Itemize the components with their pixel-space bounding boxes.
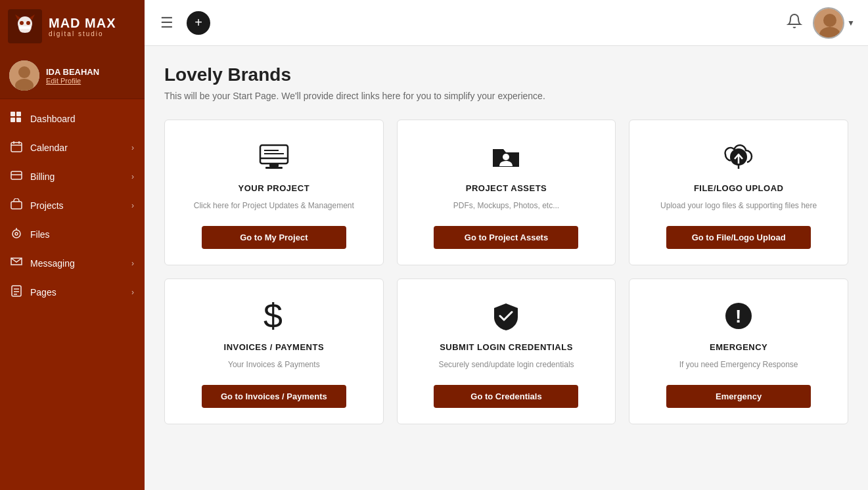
- card-title: FILE/LOGO UPLOAD: [694, 183, 784, 193]
- sidebar-item-label: Projects: [30, 200, 64, 211]
- card-description: If you need Emergency Response: [679, 359, 798, 370]
- card-project-assets: PROJECT ASSETS PDFs, Mockups, Photos, et…: [397, 120, 616, 265]
- card-description: Your Invoices & Payments: [228, 359, 320, 370]
- billing-icon: [11, 169, 22, 184]
- sidebar-item-label: Dashboard: [30, 114, 76, 124]
- card-description: Securely send/update login credentials: [438, 359, 574, 370]
- sidebar-item-files[interactable]: Files: [0, 220, 145, 249]
- topbar: ☰ + ▼: [145, 0, 868, 46]
- svg-rect-17: [11, 171, 22, 179]
- shield-icon: [491, 299, 520, 333]
- svg-rect-35: [265, 167, 283, 169]
- calendar-icon: [11, 141, 22, 155]
- user-dropdown-arrow-icon[interactable]: ▼: [847, 18, 855, 28]
- go-to-project-assets-button[interactable]: Go to Project Assets: [434, 226, 578, 249]
- card-description: Click here for Project Updates & Managem…: [194, 200, 354, 212]
- logo-text: MAD MAX digital studio: [49, 16, 116, 37]
- sidebar-item-messaging[interactable]: Messaging ›: [0, 249, 145, 278]
- hamburger-menu-button[interactable]: ☰: [158, 12, 176, 34]
- sidebar-item-label: Calendar: [30, 143, 68, 153]
- sidebar-item-label: Pages: [30, 287, 57, 298]
- svg-point-36: [503, 154, 509, 160]
- pages-icon: [11, 285, 22, 300]
- files-icon: [11, 227, 22, 242]
- dollar-icon: $: [263, 299, 285, 333]
- card-emergency: ! EMERGENCY If you need Emergency Respon…: [629, 278, 848, 424]
- cloud-upload-icon: [723, 140, 754, 174]
- go-to-credentials-button[interactable]: Go to Credentials: [434, 385, 578, 408]
- card-title: EMERGENCY: [710, 342, 767, 352]
- chevron-right-icon: ›: [131, 288, 134, 297]
- chevron-right-icon: ›: [131, 172, 134, 181]
- alert-circle-icon: !: [724, 299, 753, 333]
- go-to-file-logo-upload-button[interactable]: Go to File/Logo Upload: [666, 226, 811, 249]
- go-to-invoices-payments-button[interactable]: Go to Invoices / Payments: [202, 385, 346, 408]
- svg-text:$: $: [263, 300, 283, 332]
- notification-bell-icon[interactable]: [787, 13, 802, 33]
- svg-rect-34: [269, 164, 279, 167]
- logo-area: MAD MAX digital studio: [0, 0, 145, 53]
- svg-rect-12: [16, 118, 21, 122]
- app-title: MAD MAX: [49, 16, 116, 30]
- sidebar-item-pages[interactable]: Pages ›: [0, 278, 145, 307]
- sidebar: MAD MAX digital studio IDA BEAHAN Edit P…: [0, 0, 145, 490]
- card-title: PROJECT ASSETS: [466, 183, 547, 193]
- main-container: ☰ + ▼ Lovely Brands This will be your St…: [145, 0, 868, 490]
- sidebar-item-label: Messaging: [30, 258, 75, 269]
- page-subtitle: This will be your Start Page. We'll prov…: [164, 91, 848, 101]
- svg-rect-13: [11, 143, 22, 152]
- svg-rect-10: [16, 112, 21, 116]
- svg-rect-11: [11, 118, 15, 122]
- card-title: YOUR PROJECT: [239, 183, 310, 193]
- svg-point-28: [823, 14, 836, 27]
- chevron-right-icon: ›: [131, 259, 134, 268]
- chevron-right-icon: ›: [131, 201, 134, 210]
- sidebar-item-label: Files: [30, 229, 50, 240]
- user-profile: IDA BEAHAN Edit Profile: [0, 53, 145, 99]
- cards-grid: YOUR PROJECT Click here for Project Upda…: [164, 120, 848, 424]
- user-name: IDA BEAHAN: [46, 67, 99, 77]
- person-folder-icon: [491, 140, 521, 174]
- sidebar-item-projects[interactable]: Projects ›: [0, 191, 145, 220]
- monitor-list-icon: [259, 140, 289, 174]
- svg-rect-9: [11, 112, 15, 116]
- user-info: IDA BEAHAN Edit Profile: [46, 67, 99, 85]
- svg-point-21: [15, 233, 18, 235]
- svg-point-1: [20, 21, 24, 25]
- app-subtitle: digital studio: [49, 30, 116, 37]
- sidebar-item-calendar[interactable]: Calendar ›: [0, 133, 145, 162]
- go-to-my-project-button[interactable]: Go to My Project: [202, 226, 346, 249]
- projects-icon: [11, 198, 22, 213]
- logo-icon: [8, 9, 42, 43]
- card-description: PDFs, Mockups, Photos, etc...: [453, 200, 559, 212]
- add-button[interactable]: +: [187, 11, 210, 35]
- user-avatar-topbar[interactable]: [813, 7, 844, 39]
- dashboard-icon: [11, 112, 22, 126]
- page-title: Lovely Brands: [164, 64, 848, 85]
- emergency-button[interactable]: Emergency: [666, 385, 811, 408]
- sidebar-item-dashboard[interactable]: Dashboard: [0, 104, 145, 133]
- card-title: SUBMIT LOGIN CREDENTIALS: [440, 342, 573, 352]
- nav-menu: Dashboard Calendar › Billing › Projects …: [0, 99, 145, 490]
- card-file-logo-upload: FILE/LOGO UPLOAD Upload your logo files …: [629, 120, 848, 265]
- card-your-project: YOUR PROJECT Click here for Project Upda…: [164, 120, 384, 265]
- sidebar-item-label: Billing: [30, 171, 55, 182]
- svg-point-7: [18, 66, 30, 78]
- card-title: INVOICES / PAYMENTS: [224, 342, 325, 352]
- avatar: [9, 60, 39, 91]
- svg-text:!: !: [735, 306, 741, 326]
- messaging-icon: [11, 256, 22, 271]
- svg-point-2: [26, 21, 30, 25]
- svg-point-20: [12, 230, 20, 238]
- svg-rect-19: [11, 202, 22, 209]
- edit-profile-link[interactable]: Edit Profile: [46, 77, 99, 85]
- chevron-right-icon: ›: [131, 143, 134, 152]
- card-invoices-payments: $ INVOICES / PAYMENTS Your Invoices & Pa…: [164, 278, 384, 424]
- sidebar-item-billing[interactable]: Billing ›: [0, 162, 145, 191]
- card-description: Upload your logo files & supporting file…: [660, 200, 817, 212]
- content-area: Lovely Brands This will be your Start Pa…: [145, 46, 868, 490]
- card-submit-login: SUBMIT LOGIN CREDENTIALS Securely send/u…: [397, 278, 616, 424]
